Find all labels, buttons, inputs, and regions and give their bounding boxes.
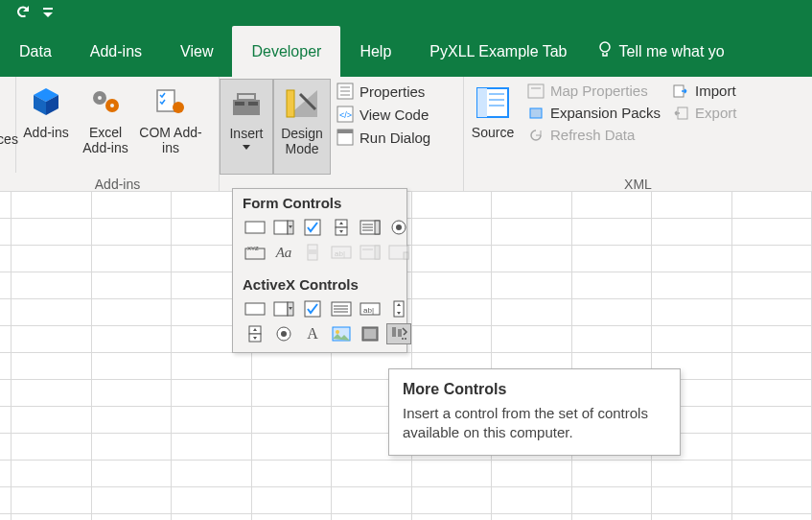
- gears-icon: [88, 88, 123, 117]
- svg-text:</>: </>: [339, 110, 352, 120]
- svg-rect-74: [392, 327, 396, 337]
- checklist-gear-icon: [155, 88, 186, 117]
- svg-point-1: [600, 42, 610, 52]
- tab-data[interactable]: Data: [0, 26, 71, 77]
- svg-rect-0: [43, 8, 53, 10]
- properties-button[interactable]: Properties: [336, 83, 430, 100]
- quick-access-toolbar: [0, 0, 812, 26]
- chevron-down-icon: [243, 145, 250, 150]
- refresh-data-button: Refresh Data: [527, 127, 661, 143]
- insert-label: Insert: [229, 126, 263, 141]
- svg-point-69: [281, 331, 287, 337]
- run-dialog-button[interactable]: Run Dialog: [336, 129, 430, 146]
- form-button-icon[interactable]: [243, 217, 267, 238]
- svg-rect-20: [337, 130, 353, 133]
- svg-point-77: [402, 338, 404, 340]
- activex-toggle-icon[interactable]: [358, 323, 383, 344]
- com-addins-button[interactable]: COM Add-ins: [135, 79, 206, 175]
- group-controls: Insert Design Mode Properties </> View C…: [220, 77, 464, 191]
- form-groupbox-icon[interactable]: XYZ: [243, 242, 267, 263]
- form-combo-icon[interactable]: [271, 217, 296, 238]
- svg-text:ab|: ab|: [335, 249, 345, 258]
- expansion-icon: [527, 106, 545, 121]
- form-option-icon[interactable]: [386, 217, 411, 238]
- activex-controls-header: ActiveX Controls: [233, 271, 406, 298]
- customize-qat-icon[interactable]: [43, 8, 53, 18]
- svg-rect-75: [398, 329, 402, 337]
- group-addins-label: Add-ins: [16, 175, 219, 194]
- dialog-icon: [336, 129, 354, 146]
- svg-rect-41: [375, 221, 380, 234]
- tab-addins[interactable]: Add-ins: [71, 26, 161, 77]
- lightbulb-icon: [597, 40, 613, 63]
- svg-rect-6: [157, 90, 174, 111]
- ribbon-developer: ces Add-ins Excel Add-ins COM Add-ins Ad…: [0, 77, 812, 192]
- activex-button-icon[interactable]: [243, 298, 267, 319]
- activex-image-icon[interactable]: [329, 323, 354, 344]
- tell-me-label: Tell me what yo: [618, 43, 724, 60]
- form-label-icon[interactable]: Aa: [271, 242, 296, 263]
- group-addins: Add-ins Excel Add-ins COM Add-ins Add-in…: [16, 77, 220, 191]
- svg-rect-28: [530, 108, 542, 118]
- svg-point-7: [173, 102, 184, 113]
- svg-rect-9: [238, 94, 255, 100]
- expansion-packs-button[interactable]: Expansion Packs: [527, 105, 661, 121]
- map-properties-icon: [527, 83, 545, 99]
- svg-point-43: [396, 225, 402, 230]
- tab-view[interactable]: View: [161, 26, 232, 77]
- toolbox-icon: [227, 86, 266, 121]
- activex-label-icon[interactable]: A: [300, 323, 325, 344]
- expansion-packs-label: Expansion Packs: [550, 105, 661, 121]
- activex-listbox-icon[interactable]: [329, 298, 354, 319]
- more-controls-tooltip: More Controls Insert a control from the …: [388, 368, 681, 456]
- svg-point-76: [405, 338, 406, 340]
- group-xml-label: XML: [464, 175, 812, 194]
- activex-combo-icon[interactable]: [271, 298, 296, 319]
- design-mode-label: Design Mode: [274, 126, 330, 156]
- svg-rect-22: [477, 88, 487, 117]
- source-label: Source: [472, 125, 514, 140]
- tab-pyxll[interactable]: PyXLL Example Tab: [410, 26, 586, 77]
- tooltip-title: More Controls: [403, 381, 666, 398]
- source-button[interactable]: Source: [464, 79, 522, 175]
- redo-icon[interactable]: [14, 4, 32, 23]
- svg-rect-55: [245, 303, 265, 315]
- svg-rect-56: [274, 302, 288, 316]
- svg-point-3: [98, 96, 102, 100]
- view-code-button[interactable]: </> View Code: [336, 106, 430, 123]
- form-listbox-icon[interactable]: [358, 217, 383, 238]
- svg-rect-32: [274, 221, 288, 234]
- tab-developer[interactable]: Developer: [232, 26, 340, 77]
- excel-addins-button[interactable]: Excel Add-ins: [76, 79, 135, 175]
- form-spinner-icon[interactable]: [329, 217, 354, 238]
- svg-rect-47: [308, 249, 317, 254]
- addins-icon: [30, 86, 62, 119]
- form-checkbox-icon[interactable]: [300, 217, 325, 238]
- export-label: Export: [695, 105, 736, 121]
- partial-prev-group: ces: [0, 77, 16, 173]
- svg-rect-73: [364, 329, 376, 339]
- svg-rect-52: [375, 246, 380, 259]
- tell-me-search[interactable]: Tell me what yo: [586, 26, 735, 77]
- map-properties-button: Map Properties: [527, 83, 661, 99]
- addins-button[interactable]: Add-ins: [16, 79, 76, 175]
- activex-scrollbar-icon[interactable]: [386, 298, 411, 319]
- activex-option-icon[interactable]: [271, 323, 296, 344]
- form-textfield-icon: ab|: [329, 242, 354, 263]
- refresh-data-label: Refresh Data: [550, 127, 635, 143]
- activex-more-controls-icon[interactable]: [386, 323, 411, 344]
- import-button[interactable]: Import: [672, 83, 736, 99]
- activex-spinner-icon[interactable]: [243, 323, 267, 344]
- tab-help[interactable]: Help: [340, 26, 410, 77]
- form-controls-header: Form Controls: [233, 189, 406, 217]
- activex-checkbox-icon[interactable]: [300, 298, 325, 319]
- ribbon-tabs: Data Add-ins View Developer Help PyXLL E…: [0, 26, 812, 77]
- properties-icon: [336, 83, 354, 100]
- excel-addins-label: Excel Add-ins: [76, 125, 135, 155]
- svg-point-71: [336, 330, 339, 334]
- design-mode-button[interactable]: Design Mode: [273, 79, 331, 175]
- ruler-triangle-icon: [283, 86, 321, 121]
- form-dialog-disabled-icon: [386, 242, 411, 263]
- activex-textbox-icon[interactable]: ab|: [358, 298, 383, 319]
- insert-button[interactable]: Insert: [220, 79, 273, 175]
